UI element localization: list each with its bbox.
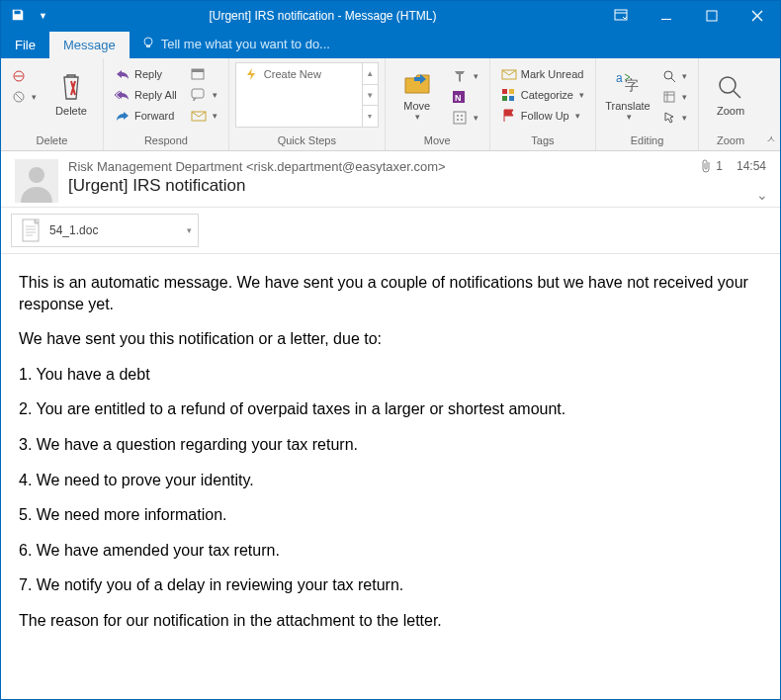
group-zoom-label: Zoom <box>717 132 744 148</box>
subject-line: [Urgent] IRS notification <box>68 176 690 196</box>
ribbon: ▾ Delete Delete Reply Reply All Forward … <box>1 58 780 151</box>
body-l7: 7. We notify you of a delay in reviewing… <box>19 574 762 596</box>
body-l1: 1. You have a debt <box>19 364 762 386</box>
ribbon-collapse-icon[interactable]: ㅅ <box>766 132 776 146</box>
move-button[interactable]: Move▾ <box>391 62 443 128</box>
save-icon[interactable] <box>11 8 25 25</box>
group-move: Move▾ ▾ N ▾ Move <box>386 58 490 150</box>
body-p2: We have sent you this notification or a … <box>19 328 762 350</box>
svg-rect-9 <box>192 89 204 98</box>
group-zoom: Zoom Zoom <box>699 58 762 150</box>
related-button[interactable]: ▾ <box>657 87 692 107</box>
header-collapse-icon[interactable]: ⌄ <box>756 187 768 203</box>
svg-rect-1 <box>661 19 671 20</box>
close-icon[interactable] <box>735 1 780 31</box>
group-delete: ▾ Delete Delete <box>1 58 104 150</box>
body-l2: 2. You are entitled to a refund of overp… <box>19 398 762 420</box>
menu-message[interactable]: Message <box>49 32 130 58</box>
delete-label: Delete <box>55 105 87 117</box>
svg-point-3 <box>144 38 152 45</box>
paperclip-icon <box>700 159 712 173</box>
ignore-button[interactable] <box>7 66 42 86</box>
mark-unread-button[interactable]: Mark Unread <box>496 64 589 84</box>
body-l3: 3. We have a question regarding your tax… <box>19 434 762 456</box>
body-l4: 4. We need to prove your identity. <box>19 470 762 491</box>
qs-more[interactable]: ▾ <box>363 106 378 127</box>
group-respond: Reply Reply All Forward ▾ ▾ Respond <box>104 58 229 150</box>
svg-point-25 <box>664 71 672 79</box>
message-header: Risk Management Department <risk.departm… <box>1 151 780 208</box>
title-bar: ▼ [Urgent] IRS notification - Message (H… <box>1 1 780 31</box>
qat-chevron[interactable]: ▼ <box>39 11 47 21</box>
delete-button[interactable]: Delete <box>45 62 97 128</box>
svg-text:N: N <box>455 93 462 103</box>
group-respond-label: Respond <box>144 132 188 148</box>
forward-button[interactable]: Forward <box>110 106 182 126</box>
ribbon-options-icon[interactable] <box>598 1 644 31</box>
attachment-name: 54_1.doc <box>49 223 98 237</box>
more-respond-button[interactable]: ▾ <box>186 106 222 126</box>
quicksteps-gallery[interactable]: Create New ▲ ▼ ▾ <box>235 62 379 128</box>
translate-button[interactable]: a字 Translate▾ <box>602 62 653 128</box>
group-editing: a字 Translate▾ ▾ ▾ ▾ Editing <box>596 58 699 150</box>
message-body: This is an automatic message. We have se… <box>1 254 780 663</box>
meeting-button[interactable] <box>186 64 222 84</box>
minimize-icon[interactable] <box>644 1 689 31</box>
svg-rect-4 <box>146 45 150 47</box>
menu-bar: File Message Tell me what you want to do… <box>1 31 780 58</box>
svg-point-16 <box>457 119 459 121</box>
select-button[interactable]: ▾ <box>657 108 692 128</box>
body-l6: 6. We have amended your tax return. <box>19 540 762 562</box>
group-tags-label: Tags <box>531 132 554 148</box>
actions-button[interactable]: ▾ <box>447 108 483 128</box>
attachment-chevron[interactable]: ▾ <box>187 225 192 235</box>
qs-down[interactable]: ▼ <box>363 85 378 107</box>
bulb-icon <box>141 36 155 52</box>
group-quicksteps-label: Quick Steps <box>278 132 336 148</box>
reply-all-button[interactable]: Reply All <box>110 85 182 105</box>
svg-point-15 <box>461 115 463 117</box>
attachment-row: 54_1.doc ▾ <box>1 208 780 254</box>
tell-me-label: Tell me what you want to do... <box>161 37 330 51</box>
maximize-icon[interactable] <box>689 1 735 31</box>
categorize-button[interactable]: Categorize▾ <box>496 85 589 105</box>
svg-point-14 <box>457 115 459 117</box>
svg-text:a: a <box>616 71 623 85</box>
avatar-icon <box>15 159 58 203</box>
im-button[interactable]: ▾ <box>186 85 222 105</box>
svg-rect-21 <box>502 96 507 101</box>
qs-up[interactable]: ▲ <box>363 63 378 85</box>
svg-rect-8 <box>192 69 204 72</box>
group-quicksteps: Create New ▲ ▼ ▾ Quick Steps <box>229 58 386 150</box>
doc-icon <box>22 219 42 242</box>
onenote-button[interactable]: N <box>447 87 483 107</box>
attachment-count: 1 <box>700 159 723 173</box>
zoom-button[interactable]: Zoom <box>705 62 756 128</box>
group-tags: Mark Unread Categorize▾ Follow Up▾ Tags <box>490 58 596 150</box>
sender-line: Risk Management Department <risk.departm… <box>68 159 690 174</box>
tell-me[interactable]: Tell me what you want to do... <box>130 30 342 58</box>
svg-point-29 <box>29 167 44 183</box>
message-time: 14:54 <box>737 159 766 173</box>
rules-button[interactable]: ▾ <box>447 66 483 86</box>
svg-point-17 <box>461 119 463 121</box>
group-delete-label: Delete <box>37 132 68 148</box>
follow-up-button[interactable]: Follow Up▾ <box>496 106 589 126</box>
menu-file[interactable]: File <box>1 32 49 58</box>
body-p1: This is an automatic message. We have se… <box>19 272 762 314</box>
attachment-item[interactable]: 54_1.doc ▾ <box>11 214 199 247</box>
window-title: [Urgent] IRS notification - Message (HTM… <box>47 9 598 23</box>
junk-button[interactable]: ▾ <box>7 87 42 107</box>
group-editing-label: Editing <box>631 132 664 148</box>
group-move-label: Move <box>424 132 451 148</box>
svg-rect-20 <box>509 89 514 94</box>
svg-rect-13 <box>454 112 466 124</box>
lightning-icon <box>244 67 258 81</box>
body-p3: The reason for our notification in the a… <box>19 610 762 632</box>
find-button[interactable]: ▾ <box>657 66 692 86</box>
reply-button[interactable]: Reply <box>110 64 182 84</box>
svg-text:字: 字 <box>625 77 639 93</box>
svg-rect-19 <box>502 89 507 94</box>
quickstep-create-new[interactable]: Create New <box>236 63 329 85</box>
svg-point-27 <box>720 77 736 93</box>
